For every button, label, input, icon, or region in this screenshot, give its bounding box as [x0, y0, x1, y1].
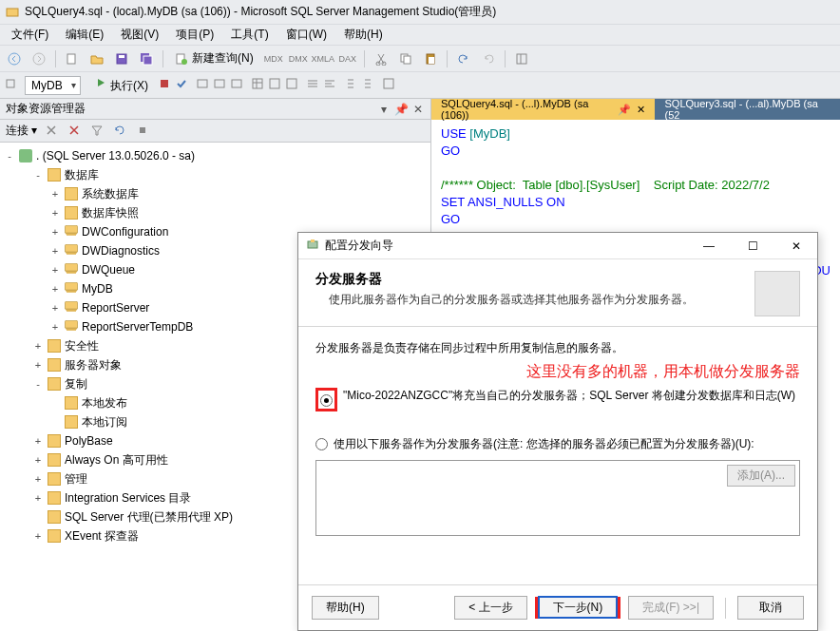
- panel-title: 对象资源管理器: [6, 101, 86, 117]
- btn-xmla[interactable]: XMLA: [313, 48, 334, 69]
- tree-twisty[interactable]: -: [32, 169, 44, 181]
- agent-icon: [48, 510, 61, 524]
- tree-twisty[interactable]: -: [32, 378, 44, 390]
- option-other-distributor[interactable]: 使用以下服务器作为分发服务器(注意: 您选择的服务器必须已配置为分发服务器)(U…: [315, 436, 800, 452]
- tb2-btn-g[interactable]: [306, 77, 319, 93]
- save-button[interactable]: [111, 48, 132, 69]
- btn-dmx[interactable]: DMX: [288, 48, 309, 69]
- tree-twisty[interactable]: +: [49, 245, 61, 257]
- tb2-btn-b[interactable]: [213, 77, 226, 93]
- tb2-btn-k[interactable]: [382, 77, 395, 93]
- main-toolbar: 新建查询(N) MDX DMX XMLA DAX: [0, 46, 840, 72]
- option-self-distributor[interactable]: "Mico-2022ANZGCC"将充当自己的分发服务器；SQL Server …: [315, 388, 800, 411]
- new-button[interactable]: [62, 48, 83, 69]
- next-button[interactable]: 下一步(N): [538, 596, 619, 619]
- save-all-button[interactable]: [136, 48, 157, 69]
- server-list-area[interactable]: [316, 461, 723, 535]
- tree-twisty[interactable]: +: [32, 492, 44, 504]
- copy-button[interactable]: [395, 48, 416, 69]
- tb2-btn-d[interactable]: [251, 77, 264, 93]
- folder-icon: [65, 206, 78, 220]
- menu-file[interactable]: 文件(F): [4, 25, 56, 45]
- editor-tabs: SQLQuery4.sql - (...l).MyDB (sa (106)) 📌…: [431, 99, 840, 120]
- tree-twisty[interactable]: +: [49, 302, 61, 314]
- tab-sqlquery4[interactable]: SQLQuery4.sql - (...l).MyDB (sa (106)) 📌…: [431, 99, 655, 120]
- tb2-btn-h[interactable]: [323, 77, 336, 93]
- tree-twisty[interactable]: +: [32, 454, 44, 466]
- tree-node-label: DWDiagnostics: [82, 244, 160, 258]
- tb2-btn1[interactable]: [4, 77, 17, 93]
- tree-node[interactable]: +系统数据库: [2, 184, 429, 203]
- menu-help[interactable]: 帮助(H): [336, 25, 391, 45]
- open-button[interactable]: [86, 48, 107, 69]
- nav-back-button[interactable]: [4, 48, 25, 69]
- tree-twisty[interactable]: +: [32, 435, 44, 447]
- panel-dropdown-icon[interactable]: ▾: [377, 103, 391, 116]
- props-button[interactable]: [511, 48, 532, 69]
- menu-window[interactable]: 窗口(W): [278, 25, 334, 45]
- svg-rect-17: [7, 80, 14, 87]
- btn-dax[interactable]: DAX: [337, 48, 358, 69]
- new-query-button[interactable]: 新建查询(N): [169, 48, 259, 69]
- connect-icon-1[interactable]: [45, 124, 60, 139]
- tree-twisty[interactable]: +: [49, 226, 61, 238]
- wizard-close-button[interactable]: ✕: [777, 234, 815, 258]
- tb2-btn-i[interactable]: [344, 77, 357, 93]
- tree-node[interactable]: +数据库快照: [2, 203, 429, 222]
- tb2-btn-j[interactable]: [361, 77, 374, 93]
- tb2-btn-c[interactable]: [230, 77, 243, 93]
- parse-button[interactable]: [175, 77, 188, 93]
- stop-button[interactable]: [158, 77, 171, 93]
- menu-tools[interactable]: 工具(T): [223, 25, 276, 45]
- tree-node-label: 管理: [65, 471, 87, 488]
- paste-button[interactable]: [420, 48, 441, 69]
- folder-icon: [48, 358, 61, 372]
- tree-twisty[interactable]: +: [49, 283, 61, 295]
- database-combo[interactable]: MyDB: [25, 76, 81, 95]
- query-toolbar: MyDB 执行(X): [0, 72, 840, 99]
- tb2-btn-a[interactable]: [196, 77, 209, 93]
- tb2-btn-e[interactable]: [268, 77, 281, 93]
- undo-button[interactable]: [453, 48, 474, 69]
- tree-twisty[interactable]: +: [49, 321, 61, 333]
- btn-mdx[interactable]: MDX: [263, 48, 284, 69]
- execute-button[interactable]: 执行(X): [88, 76, 154, 94]
- panel-close-icon[interactable]: ✕: [411, 103, 425, 116]
- wizard-maximize-button[interactable]: ☐: [734, 234, 772, 258]
- tree-twisty[interactable]: +: [32, 359, 44, 371]
- wizard-footer: 帮助(H) < 上一步 下一步(N) 完成(F) >>| 取消: [298, 584, 817, 630]
- tab-sqlquery3[interactable]: SQLQuery3.sql - (...al).MyDB (sa (52: [655, 99, 840, 120]
- tree-twisty[interactable]: +: [32, 530, 44, 542]
- menu-edit[interactable]: 编辑(E): [58, 25, 111, 45]
- cancel-button[interactable]: 取消: [737, 596, 804, 620]
- help-button[interactable]: 帮助(H): [312, 596, 379, 620]
- tree-node-label: 服务器对象: [65, 357, 122, 373]
- back-button[interactable]: < 上一步: [454, 596, 526, 620]
- tree-twisty[interactable]: +: [49, 207, 61, 219]
- tab-close-icon[interactable]: ✕: [637, 104, 645, 116]
- wizard-minimize-button[interactable]: —: [690, 234, 728, 258]
- radio-other[interactable]: [315, 438, 328, 450]
- tb2-btn-f[interactable]: [285, 77, 298, 93]
- tree-twisty[interactable]: +: [49, 188, 61, 200]
- filter-icon[interactable]: [90, 124, 105, 139]
- redo-button[interactable]: [478, 48, 499, 69]
- tree-twisty[interactable]: +: [49, 264, 61, 276]
- svg-rect-7: [143, 56, 152, 65]
- connect-icon-2[interactable]: [67, 124, 83, 139]
- menu-view[interactable]: 视图(V): [113, 25, 166, 45]
- folder-icon: [48, 472, 61, 486]
- cut-button[interactable]: [371, 48, 391, 69]
- refresh-icon[interactable]: [113, 124, 128, 139]
- connect-button[interactable]: 连接 ▾: [6, 123, 37, 139]
- panel-pin-icon[interactable]: 📌: [394, 103, 408, 116]
- tree-twisty[interactable]: +: [32, 473, 44, 485]
- tree-node[interactable]: -数据库: [2, 165, 429, 184]
- stop-refresh-icon[interactable]: [136, 124, 151, 139]
- nav-fwd-button[interactable]: [29, 48, 49, 69]
- tab-pin-icon[interactable]: 📌: [618, 104, 631, 116]
- tree-twisty[interactable]: +: [32, 340, 44, 352]
- menu-project[interactable]: 项目(P): [168, 25, 221, 45]
- tree-root[interactable]: - . (SQL Server 13.0.5026.0 - sa): [2, 146, 429, 165]
- radio-self[interactable]: [320, 394, 333, 407]
